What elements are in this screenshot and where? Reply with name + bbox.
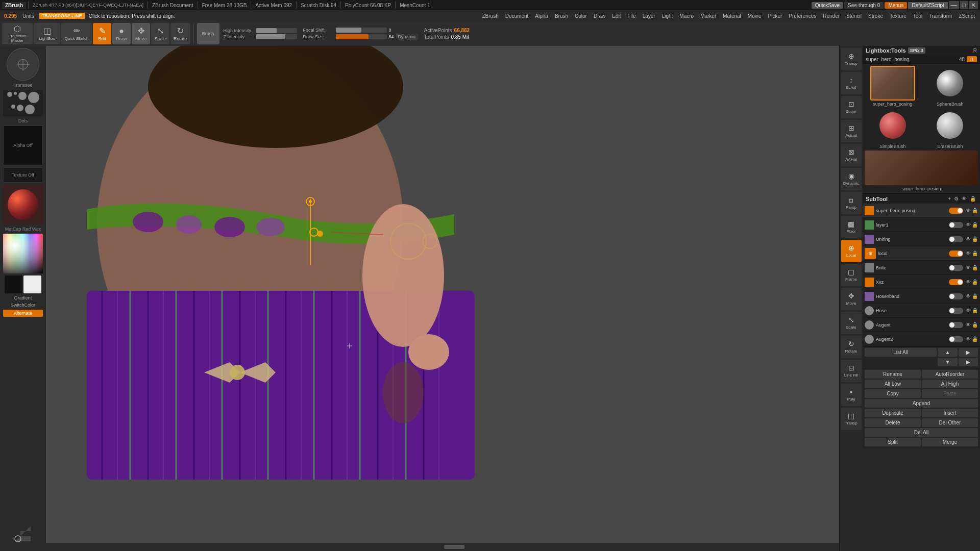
- delete-button[interactable]: Delete: [865, 418, 921, 427]
- subtool-eye-augent[interactable]: 👁: [966, 322, 971, 328]
- st-icon-eye[interactable]: 👁: [961, 195, 968, 202]
- duplicate-button[interactable]: Duplicate: [865, 409, 921, 417]
- window-minimize-icon[interactable]: —: [949, 1, 959, 9]
- side-poly-button[interactable]: ▪ Poly: [841, 384, 862, 406]
- menu-edit[interactable]: Edit: [609, 12, 624, 20]
- all-low-button[interactable]: All Low: [865, 380, 921, 388]
- subtool-eye-layer1[interactable]: 👁: [966, 222, 971, 228]
- brush-selector[interactable]: Brush: [197, 23, 219, 44]
- menu-brush[interactable]: Brush: [552, 12, 571, 20]
- side-dynamic-button[interactable]: ◉ Dynamic: [841, 168, 862, 190]
- draw-button[interactable]: ● Draw: [112, 23, 131, 44]
- focal-shift-slider[interactable]: [336, 28, 387, 33]
- color-swatch-dark[interactable]: [5, 276, 22, 293]
- subtool-eye-augent2[interactable]: 👁: [966, 336, 971, 342]
- menu-macro[interactable]: Macro: [676, 12, 697, 20]
- subtool-toggle-brilte[interactable]: [949, 265, 963, 271]
- auto-reorder-button[interactable]: AutoReorder: [922, 370, 978, 379]
- color-picker[interactable]: [3, 234, 43, 273]
- menu-stroke[interactable]: Stroke: [865, 12, 886, 20]
- side-rotate-button[interactable]: ↻ Rotate: [841, 336, 862, 358]
- subtool-eye-brilte[interactable]: 👁: [966, 265, 971, 270]
- color-swatch-light[interactable]: [23, 276, 41, 293]
- side-frame-button[interactable]: ▢ Frame: [841, 264, 862, 286]
- menu-light[interactable]: Light: [659, 12, 676, 20]
- subtool-lock-hosenband[interactable]: 🔒: [972, 293, 978, 299]
- side-transp2-button[interactable]: ◫ Transp: [841, 408, 862, 430]
- menu-draw[interactable]: Draw: [591, 12, 608, 20]
- arrow-up-button[interactable]: ▲: [938, 348, 957, 357]
- subtool-lock-local[interactable]: 🔒: [972, 251, 978, 256]
- insert-button[interactable]: Insert: [922, 409, 978, 417]
- subtool-item-hose[interactable]: Hose 👁 🔒: [863, 304, 980, 318]
- subtool-item-xvz[interactable]: Xvz 👁 🔒: [863, 275, 980, 289]
- lightbox-button[interactable]: ◫ LightBox: [34, 23, 60, 44]
- subtool-lock-xvz[interactable]: 🔒: [972, 279, 978, 285]
- subtool-toggle-hosenband[interactable]: [949, 293, 963, 299]
- merge-button[interactable]: Merge: [922, 438, 978, 446]
- subtool-lock-augent[interactable]: 🔒: [972, 322, 978, 328]
- del-all-button[interactable]: Del All: [865, 428, 978, 437]
- rotate-button[interactable]: ↻ Rotate: [170, 23, 190, 44]
- menu-color[interactable]: Color: [572, 12, 590, 20]
- subtool-item-augent2[interactable]: Augent2 👁 🔒: [863, 332, 980, 346]
- subtool-item-uniring[interactable]: Uniring 👁 🔒: [863, 232, 980, 246]
- canvas-area[interactable]: [46, 46, 863, 551]
- subtool-lock-augent2[interactable]: 🔒: [972, 336, 978, 342]
- subtool-toggle-xvz[interactable]: [949, 279, 963, 285]
- subtool-toggle-augent2[interactable]: [949, 336, 963, 342]
- subtool-toggle-augent[interactable]: [949, 322, 963, 328]
- menus-button[interactable]: Menus: [885, 2, 907, 9]
- list-all-button[interactable]: List All: [865, 348, 937, 357]
- subtool-item-brilte[interactable]: Brilte 👁 🔒: [863, 261, 980, 275]
- all-high-button[interactable]: All High: [922, 380, 978, 388]
- side-zoom-button[interactable]: ⊡ Zoom: [841, 96, 862, 118]
- units-menu[interactable]: Units: [19, 12, 37, 20]
- menu-tool[interactable]: Tool: [910, 12, 925, 20]
- subtool-toggle-layer1[interactable]: [949, 222, 963, 228]
- high-intensity-slider[interactable]: [256, 28, 297, 33]
- arrow-right-button[interactable]: ▶: [959, 348, 978, 357]
- navigation-gyro[interactable]: [7, 48, 39, 81]
- menu-stencil[interactable]: Stencil: [843, 12, 865, 20]
- subtool-toggle-hose[interactable]: [949, 308, 963, 314]
- z-intensity-slider[interactable]: [256, 34, 297, 39]
- subtool-item-local[interactable]: ⊕ local 👁 🔒: [863, 246, 980, 261]
- subtool-lock-brilte[interactable]: 🔒: [972, 265, 978, 270]
- default-zscript-button[interactable]: DefaultZScript: [908, 2, 947, 9]
- menu-marker[interactable]: Marker: [697, 12, 719, 20]
- side-move-button[interactable]: ✥ Move: [841, 288, 862, 310]
- rename-button[interactable]: Rename: [865, 370, 921, 379]
- side-floor-button[interactable]: ▦ Floor: [841, 216, 862, 238]
- side-scale-button[interactable]: ⤡ Scale: [841, 312, 862, 334]
- arrow-down-button[interactable]: ▼: [938, 358, 957, 366]
- subtool-toggle-local[interactable]: [949, 251, 963, 257]
- paste-button[interactable]: Paste: [922, 389, 978, 398]
- append-button[interactable]: Append: [865, 399, 978, 408]
- menu-preferences[interactable]: Preferences: [786, 12, 819, 20]
- menu-zbrush[interactable]: ZBrush: [479, 12, 502, 20]
- side-actual-button[interactable]: ⊞ Actual: [841, 120, 862, 142]
- menu-alpha[interactable]: Alpha: [532, 12, 551, 20]
- window-close-icon[interactable]: ✕: [969, 1, 978, 9]
- see-through-button[interactable]: See-through 0: [844, 2, 884, 9]
- move-button[interactable]: ✥ Move: [132, 23, 150, 44]
- menu-picker[interactable]: Picker: [765, 12, 786, 20]
- subtool-eye-local[interactable]: 👁: [966, 251, 971, 256]
- quick-sketch-button[interactable]: ✏ Quick Sketch: [61, 23, 92, 44]
- alternate-button[interactable]: Alternate: [3, 310, 43, 317]
- side-scroll-button[interactable]: ↕ Scroll: [841, 72, 862, 94]
- subtool-toggle-uniring[interactable]: [949, 236, 963, 242]
- menu-document[interactable]: Document: [502, 12, 532, 20]
- menu-render[interactable]: Render: [820, 12, 843, 20]
- scale-button[interactable]: ⤡ Scale: [151, 23, 169, 44]
- subtool-eye-hosenband[interactable]: 👁: [966, 293, 971, 299]
- edit-button[interactable]: ✎ Edit: [93, 23, 111, 44]
- projection-master-button[interactable]: ⬡ Projection Master: [2, 23, 33, 44]
- subtool-eye-posing[interactable]: 👁: [966, 208, 971, 213]
- arrow-right2-button[interactable]: ▶: [959, 358, 978, 366]
- subtool-lock-posing[interactable]: 🔒: [972, 208, 978, 213]
- brush-item-posing1[interactable]: super_hero_posing: [865, 66, 921, 107]
- subtool-lock-hose[interactable]: 🔒: [972, 308, 978, 313]
- st-icon-add[interactable]: +: [947, 195, 952, 202]
